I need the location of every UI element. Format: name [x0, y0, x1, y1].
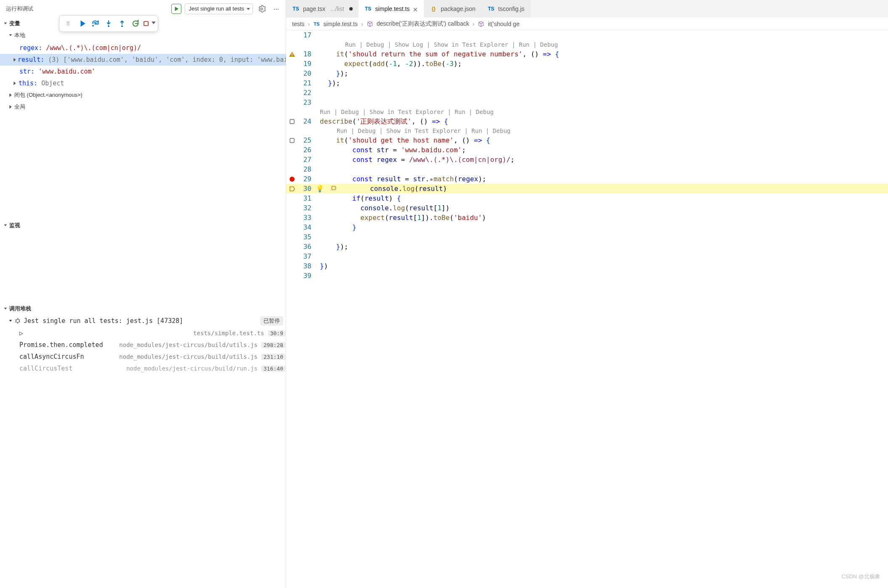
code-line[interactable]: 26 const str = 'www.baidu.com';: [286, 145, 888, 155]
gear-icon[interactable]: [256, 3, 267, 14]
var-key: result:: [18, 56, 44, 64]
code-line[interactable]: 17: [286, 30, 888, 40]
chevron-down-icon: [3, 306, 9, 312]
callstack-thread[interactable]: Jest single run all tests: jest.js [4732…: [0, 315, 286, 327]
ts-icon: TS: [487, 5, 495, 13]
code-line[interactable]: 23: [286, 98, 888, 107]
stack-frame[interactable]: callCircusTestnode_modules/jest-circus/b…: [0, 363, 286, 374]
glyph-margin[interactable]: [286, 261, 298, 271]
code-line[interactable]: 37: [286, 252, 888, 261]
code-line[interactable]: 27 const regex = /www\.(.*)\.(com|cn|org…: [286, 155, 888, 164]
watch-header[interactable]: 监视: [0, 220, 286, 231]
breadcrumb-item[interactable]: tests: [292, 21, 305, 27]
callstack-section: 调用堆栈 Jest single run all tests: jest.js …: [0, 303, 286, 588]
glyph-margin[interactable]: [286, 98, 298, 107]
lightbulb-icon[interactable]: 💡: [316, 184, 324, 193]
code-line[interactable]: 20 });: [286, 69, 888, 78]
codelens[interactable]: Run | Debug | Show in Test Explorer | Ru…: [286, 126, 888, 135]
stop-button[interactable]: [143, 17, 155, 30]
code-line[interactable]: 18 it('should return the sum of negative…: [286, 49, 888, 59]
glyph-margin[interactable]: [286, 30, 298, 40]
continue-button[interactable]: [75, 17, 88, 30]
line-number: 24: [298, 117, 313, 126]
ellipsis-icon[interactable]: ⋯: [271, 3, 282, 14]
stack-frame[interactable]: ▷ tests/simple.test.ts30:9: [0, 327, 286, 339]
closure-scope-header[interactable]: 闭包 (Object.<anonymous>): [0, 89, 286, 101]
glyph-margin[interactable]: [286, 135, 298, 145]
code-line[interactable]: 34 }: [286, 222, 888, 232]
glyph-margin[interactable]: [286, 184, 298, 193]
close-icon[interactable]: ✕: [413, 6, 418, 11]
glyph-margin[interactable]: [286, 164, 298, 174]
glyph-margin[interactable]: [286, 203, 298, 213]
codelens[interactable]: Run | Debug | Show in Test Explorer | Ru…: [286, 107, 888, 117]
glyph-margin[interactable]: [286, 222, 298, 232]
glyph-margin[interactable]: [286, 232, 298, 242]
line-number: 33: [298, 213, 313, 222]
symbol-icon: [478, 21, 484, 27]
step-into-button[interactable]: [102, 17, 115, 30]
glyph-margin[interactable]: [286, 271, 298, 281]
code-line[interactable]: 25 it('should get the host name', () => …: [286, 135, 888, 145]
code-line[interactable]: 38}): [286, 261, 888, 271]
glyph-margin[interactable]: [286, 49, 298, 59]
global-scope-header[interactable]: 全局: [0, 101, 286, 113]
code-line[interactable]: 22: [286, 88, 888, 98]
svg-rect-4: [144, 21, 148, 26]
var-str[interactable]: str: 'www.baidu.com': [0, 66, 286, 77]
glyph-margin[interactable]: [286, 117, 298, 126]
breadcrumb-item[interactable]: describe('正则表达式测试') callback: [377, 20, 469, 28]
code-line[interactable]: 35: [286, 232, 888, 242]
restart-button[interactable]: [129, 17, 142, 30]
var-result[interactable]: result: (3) ['www.baidu.com', 'baidu', '…: [0, 54, 286, 66]
glyph-margin[interactable]: [286, 155, 298, 164]
thread-name: Jest single run all tests: jest.js [4732…: [24, 317, 183, 325]
glyph-margin[interactable]: [286, 193, 298, 203]
breadcrumb[interactable]: tests › TS simple.test.ts › describe('正则…: [286, 18, 888, 30]
glyph-margin[interactable]: [286, 242, 298, 252]
code-line[interactable]: 24describe('正则表达式测试', () => {: [286, 117, 888, 126]
var-this[interactable]: this: Object: [0, 77, 286, 89]
editor-tab[interactable]: {}package.json: [424, 0, 481, 18]
editor-tab[interactable]: TSsimple.test.ts✕: [359, 0, 424, 18]
breadcrumb-item[interactable]: simple.test.ts: [323, 21, 358, 27]
codelens[interactable]: Run | Debug | Show Log | Show in Test Ex…: [286, 40, 888, 49]
chevron-down-icon[interactable]: [149, 19, 155, 29]
line-text: it('should return the sum of negative nu…: [313, 49, 888, 59]
editor-tab[interactable]: TStsconfig.js: [481, 0, 530, 18]
code-line[interactable]: 36 });: [286, 242, 888, 252]
start-debug-button[interactable]: [171, 4, 181, 14]
stack-frame[interactable]: callAsyncCircusFnnode_modules/jest-circu…: [0, 351, 286, 363]
code-line[interactable]: 31 if(result) {: [286, 193, 888, 203]
step-over-button[interactable]: [89, 17, 101, 30]
debug-config-select[interactable]: Jest single run all tests: [185, 3, 253, 14]
code-line[interactable]: 33 expect(result[1]).toBe('baidu'): [286, 213, 888, 222]
glyph-margin[interactable]: [286, 145, 298, 155]
glyph-margin[interactable]: [286, 69, 298, 78]
drag-handle-icon[interactable]: ⠿: [62, 17, 74, 30]
code-line[interactable]: 28: [286, 164, 888, 174]
code-editor[interactable]: 17Run | Debug | Show Log | Show in Test …: [286, 30, 888, 588]
stack-frame[interactable]: Promise.then.completednode_modules/jest-…: [0, 339, 286, 351]
var-regex[interactable]: regex: /www\.(.*)\.(com|cn|org)/: [0, 42, 286, 54]
bug-icon: [14, 318, 21, 324]
breadcrumb-item[interactable]: it('should ge: [488, 21, 519, 27]
editor-tab[interactable]: TSpage.tsx.../list: [286, 0, 359, 18]
code-line[interactable]: 30💡 console.log(result): [286, 184, 888, 193]
step-out-button[interactable]: [116, 17, 128, 30]
chevron-right-icon: ›: [361, 21, 363, 27]
code-line[interactable]: 19 expect(add(-1, -2)).toBe(-3);: [286, 59, 888, 69]
code-line[interactable]: 21 });: [286, 78, 888, 88]
glyph-margin[interactable]: [286, 213, 298, 222]
glyph-margin[interactable]: [286, 88, 298, 98]
callstack-header[interactable]: 调用堆栈: [0, 303, 286, 315]
code-line[interactable]: 32 console.log(result[1]): [286, 203, 888, 213]
glyph-margin[interactable]: [286, 174, 298, 184]
frame-pos: 231:10: [261, 354, 286, 360]
code-line[interactable]: 29 const result = str.match(regex);: [286, 174, 888, 184]
tab-label: simple.test.ts: [375, 5, 410, 12]
glyph-margin[interactable]: [286, 59, 298, 69]
code-line[interactable]: 39: [286, 271, 888, 281]
glyph-margin[interactable]: [286, 252, 298, 261]
glyph-margin[interactable]: [286, 78, 298, 88]
